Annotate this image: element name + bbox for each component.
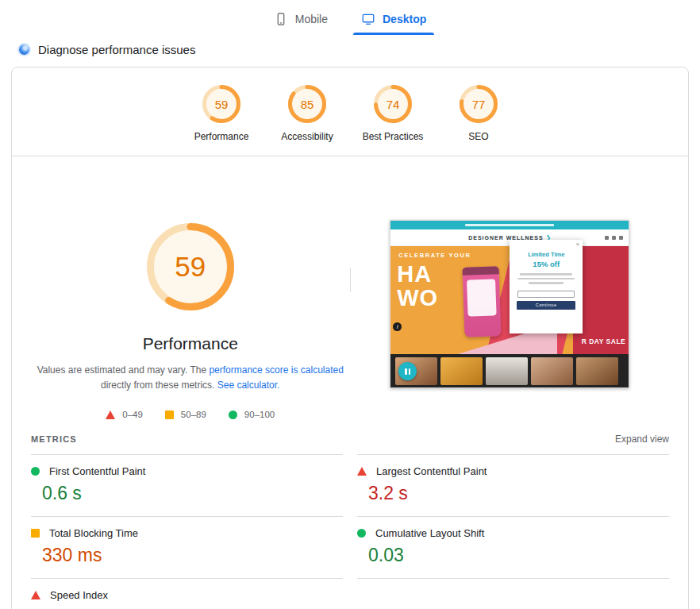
tab-desktop-label: Desktop [383,13,426,25]
legend-range: 0–49 [122,410,143,419]
metric-first-contentful-paint: First Contentful Paint 0.6 s [31,454,343,516]
metric-cumulative-layout-shift: Cumulative Layout Shift 0.03 [357,516,669,578]
tab-desktop[interactable]: Desktop [348,2,439,35]
site-announcement-bar [390,221,629,229]
diagnose-title: Diagnose performance issues [38,43,195,56]
device-tabs: Mobile Desktop [0,0,700,35]
hero-headline: HA WO [397,262,438,310]
category-performance[interactable]: 59 Performance [179,85,264,142]
promo-popup: × Limited Time 15% off Continue [510,240,583,333]
site-nav-icons [605,236,623,240]
metric-speed-index: Speed Index 3.9 s [31,578,343,609]
video-thumb [576,357,618,385]
hero-kicker: CELEBRATE YOUR [398,252,471,259]
performance-gauge: 59 [202,85,240,123]
circle-icon [357,529,366,538]
metric-name: Speed Index [50,589,108,601]
metric-value: 330 ms [42,545,343,566]
final-screenshot-thumbnail[interactable]: DESIGNER WELLNESS ❯ CELEBRATE YOUR HA WO… [390,220,629,388]
legend-range: 50–89 [181,410,206,419]
category-accessibility[interactable]: 85 Accessibility [264,85,350,142]
popup-offer: 15% off [533,260,560,268]
triangle-icon [106,410,115,419]
metric-total-blocking-time: Total Blocking Time 330 ms [31,516,343,578]
insights-icon [19,44,29,55]
category-label: Performance [194,131,249,142]
report-card: 59 Performance 85 Accessibility 74 Best … [11,67,689,609]
metric-cell-empty [357,578,669,609]
metric-name: Cumulative Layout Shift [375,527,484,539]
legend-good: 90–100 [229,410,275,419]
info-icon: i [393,322,402,331]
popup-body-line [517,278,575,280]
triangle-icon [31,591,40,599]
best-practices-gauge: 74 [374,85,412,123]
score-disclaimer: Values are estimated and may vary. The p… [31,363,350,393]
metric-name: Total Blocking Time [49,527,138,539]
category-label: Accessibility [281,131,333,142]
category-seo[interactable]: 77 SEO [436,85,521,142]
legend-average: 50–89 [165,410,206,419]
popup-close-icon: × [576,241,580,248]
video-thumb [440,357,483,385]
category-best-practices[interactable]: 74 Best Practices [350,85,436,142]
mobile-icon [274,12,288,26]
triangle-icon [357,467,367,476]
category-label: Best Practices [363,131,424,142]
tab-mobile[interactable]: Mobile [261,2,340,35]
metric-name: First Contentful Paint [49,465,145,477]
legend-poor: 0–49 [106,410,143,419]
video-thumb [531,357,573,385]
legend-range: 90–100 [244,410,275,419]
main-performance-gauge: 59 [147,223,234,310]
link-see-calculator[interactable]: See calculator. [217,380,280,391]
score-legend: 0–49 50–89 90–100 [106,410,275,419]
expand-view-link[interactable]: Expand view [615,434,669,445]
performance-summary: 59 Performance Values are estimated and … [12,156,688,424]
metric-value: 3.2 s [368,483,669,504]
circle-icon [229,410,237,419]
circle-icon [31,467,40,476]
seo-gauge: 77 [460,85,498,123]
desktop-icon [361,12,375,26]
score-panel: 59 Performance Values are estimated and … [31,201,350,419]
summary-title: Performance [143,334,238,353]
metrics-header: METRICS Expand view [12,424,688,454]
metrics-title: METRICS [31,434,77,444]
tab-mobile-label: Mobile [295,13,328,25]
category-label: SEO [468,131,488,142]
video-carousel [390,354,629,388]
diagnose-header: Diagnose performance issues [0,35,700,67]
category-scores: 59 Performance 85 Accessibility 74 Best … [12,67,688,156]
square-icon [31,529,40,538]
video-thumb [486,357,528,385]
accessibility-gauge: 85 [288,85,326,123]
popup-title: Limited Time [528,251,564,258]
square-icon [165,410,174,419]
popup-email-input [517,291,575,298]
popup-body-line [520,273,572,276]
metric-value: 0.6 s [42,483,343,504]
screenshot-panel: DESIGNER WELLNESS ❯ CELEBRATE YOUR HA WO… [351,201,670,388]
metric-value: 0.03 [368,545,669,566]
metric-name: Largest Contentful Paint [376,465,487,477]
product-pouch [463,266,502,337]
popup-continue-button: Continue [517,301,575,310]
sale-banner-text: R DAY SALE [582,337,626,345]
link-performance-score-calc[interactable]: performance score is calculated [209,364,343,376]
metric-largest-contentful-paint: Largest Contentful Paint 3.2 s [357,454,669,516]
metrics-grid: First Contentful Paint 0.6 s Largest Con… [12,454,688,609]
popup-body-line [529,282,563,284]
